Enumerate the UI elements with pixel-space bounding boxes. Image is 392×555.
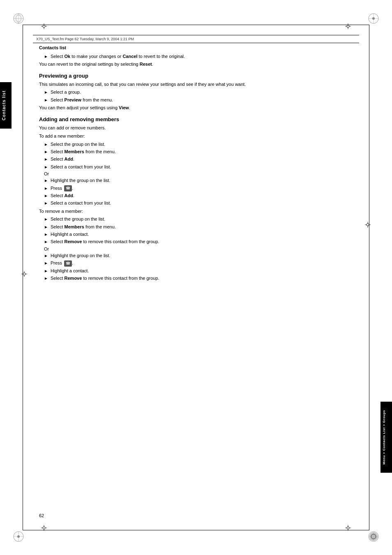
removing-bullet-text-1-4: Select Remove to remove this contact fro…	[51, 239, 353, 245]
bullet-arrow-a1-2: ►	[44, 149, 48, 155]
previewing-bullet-text-2: Select Preview from the menu.	[51, 97, 353, 103]
bullet-arrow-p1: ►	[44, 90, 48, 95]
adding-bullet-text-2-1: Highlight the group on the list.	[51, 177, 353, 184]
bullet-arrow-p2: ►	[44, 97, 48, 103]
removing-bullet-text-2-4: Select Remove to remove this contact fro…	[51, 275, 353, 281]
svg-point-11	[17, 535, 20, 538]
intro-text: You can revert to the original settings …	[39, 61, 353, 68]
intro-bullet-text: Select Ok to make your changes or Cancel…	[51, 53, 353, 60]
previewing-after: You can then adjust your settings using …	[39, 104, 353, 111]
removing-bullet-1-2: ► Select Members from the menu.	[39, 224, 353, 230]
phone-icon-2: ☎	[64, 260, 72, 267]
previewing-bullet-text-1: Select a group.	[51, 89, 353, 95]
crosshair-middle-right	[365, 222, 371, 228]
bullet-arrow-a1-3: ►	[44, 157, 48, 162]
bullet-arrow-r2-1: ►	[44, 253, 48, 259]
page-container: X70_US_Text.fm Page 62 Tuesday, March 9,…	[0, 0, 392, 555]
bullet-arrow-a2-2: ►	[44, 186, 48, 191]
removing-bullet-text-1-3: Highlight a contact.	[51, 231, 353, 237]
bullet-arrow-intro: ►	[44, 54, 48, 60]
removing-bullet-2-3: ► Highlight a contact.	[39, 268, 353, 274]
adding-bullet-text-2-2: Press ☎.	[51, 185, 353, 191]
adding-bullet-1-2: ► Select Members from the menu.	[39, 149, 353, 155]
adding-bullet-text-1-1: Select the group on the list.	[51, 141, 353, 147]
adding-bullet-1-4: ► Select a contact from your list.	[39, 164, 353, 170]
bullet-arrow-r2-3: ►	[44, 268, 48, 274]
bullet-arrow-r1-2: ►	[44, 224, 48, 230]
removing-bullet-1-3: ► Highlight a contact.	[39, 231, 353, 237]
bullet-arrow-a1-4: ►	[44, 164, 48, 170]
corner-deco-tr	[367, 12, 380, 25]
removing-bullet-1-4: ► Select Remove to remove this contact f…	[39, 239, 353, 245]
phone-icon-1: ☎	[64, 185, 72, 191]
bullet-arrow-r2-2: ►	[44, 260, 48, 266]
adding-bullet-text-1-3: Select Add.	[51, 156, 353, 162]
bullet-arrow-r2-4: ►	[44, 276, 48, 281]
adding-bullet-text-1-4: Select a contact from your list.	[51, 164, 353, 170]
or-text-1: Or	[44, 171, 353, 176]
previewing-bullet-2: ► Select Preview from the menu.	[39, 97, 353, 103]
crosshair-bottom-left	[41, 525, 47, 532]
file-info-bar: X70_US_Text.fm Page 62 Tuesday, March 9,…	[33, 35, 359, 43]
removing-bullet-text-1-2: Select Members from the menu.	[51, 224, 353, 230]
bullet-arrow-r1-3: ►	[44, 232, 48, 237]
crosshair-middle-left	[21, 271, 27, 278]
page-number: 62	[39, 513, 44, 518]
crosshair-top-left	[41, 23, 47, 30]
side-tab-bottom: Menu > Contacts List > Groups	[380, 402, 392, 473]
previewing-heading: Previewing a group	[39, 73, 353, 79]
intro-bullet-item: ► Select Ok to make your changes or Canc…	[39, 53, 353, 60]
adding-bullet-2-3: ► Select Add.	[39, 193, 353, 199]
svg-point-5	[372, 17, 375, 20]
removing-bullet-2-4: ► Select Remove to remove this contact f…	[39, 275, 353, 281]
crosshair-top-right	[345, 23, 351, 30]
removing-bullet-text-1-1: Select the group on the list.	[51, 216, 353, 222]
or-text-2: Or	[44, 246, 353, 251]
bullet-arrow-r1-1: ►	[44, 216, 48, 222]
bullet-arrow-a1-1: ►	[44, 142, 48, 147]
adding-bullet-1-1: ► Select the group on the list.	[39, 141, 353, 147]
removing-bullet-2-2: ► Press ☎.	[39, 260, 353, 266]
bullet-arrow-a2-1: ►	[44, 178, 48, 184]
section-title: Contacts list	[39, 45, 353, 50]
content-area: Contacts list ► Select Ok to make your c…	[39, 45, 353, 506]
adding-bullet-2-2: ► Press ☎.	[39, 185, 353, 191]
bullet-arrow-a2-4: ►	[44, 200, 48, 206]
file-info-text: X70_US_Text.fm Page 62 Tuesday, March 9,…	[36, 37, 134, 41]
corner-deco-bl	[12, 530, 25, 543]
removing-bullet-text-2-1: Highlight the group on the list.	[51, 253, 353, 259]
side-tab-top: Contacts list	[0, 82, 12, 129]
border-bottom	[23, 530, 369, 530]
adding-bullet-2-1: ► Highlight the group on the list.	[39, 177, 353, 184]
previewing-bullet-1: ► Select a group.	[39, 89, 353, 95]
removing-bullet-text-2-2: Press ☎.	[51, 260, 353, 266]
adding-intro1: You can add or remove numbers.	[39, 124, 353, 131]
corner-deco-tl	[12, 12, 25, 25]
previewing-desc: This simulates an incoming call, so that…	[39, 81, 353, 88]
adding-heading: Adding and removing members	[39, 116, 353, 122]
border-top	[23, 25, 369, 25]
removing-bullet-1-1: ► Select the group on the list.	[39, 216, 353, 222]
adding-intro2: To add a new member:	[39, 133, 353, 140]
removing-intro: To remove a member:	[39, 208, 353, 215]
crosshair-bottom-right	[345, 525, 351, 532]
corner-deco-br	[367, 530, 380, 543]
adding-bullet-text-2-3: Select Add.	[51, 193, 353, 199]
border-right	[369, 25, 369, 530]
removing-bullet-text-2-3: Highlight a contact.	[51, 268, 353, 274]
adding-bullet-text-1-2: Select Members from the menu.	[51, 149, 353, 155]
bullet-arrow-r1-4: ►	[44, 239, 48, 245]
adding-bullet-text-2-4: Select a contact from your list.	[51, 200, 353, 206]
bullet-arrow-a2-3: ►	[44, 193, 48, 199]
removing-bullet-2-1: ► Highlight the group on the list.	[39, 253, 353, 259]
adding-bullet-2-4: ► Select a contact from your list.	[39, 200, 353, 206]
adding-bullet-1-3: ► Select Add.	[39, 156, 353, 162]
